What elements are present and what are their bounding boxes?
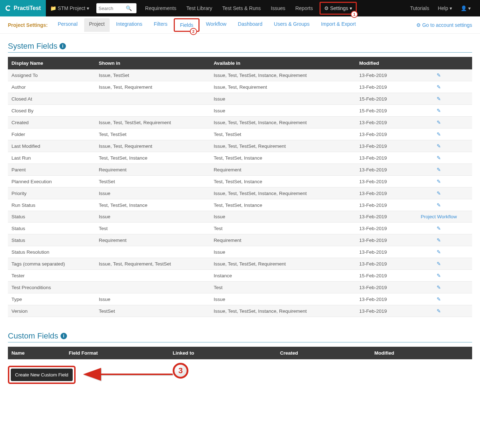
edit-icon[interactable]: ✎ xyxy=(437,84,441,90)
edit-icon[interactable]: ✎ xyxy=(437,131,441,137)
table-row: ParentRequirementRequirement13-Feb-2019✎ xyxy=(8,164,472,176)
column-header: Modified xyxy=(371,347,472,359)
search-icon[interactable]: 🔍 xyxy=(124,5,134,11)
column-header: Modified xyxy=(356,57,405,69)
info-icon[interactable]: i xyxy=(59,43,66,49)
search-box[interactable]: 🔍 xyxy=(96,3,136,13)
edit-icon[interactable]: ✎ xyxy=(437,237,441,243)
system-fields-heading: System Fields i xyxy=(8,42,472,53)
column-header: Display Name xyxy=(8,57,95,69)
table-row: PriorityIssueIssue, Test, TestSet, Insta… xyxy=(8,188,472,199)
help-menu[interactable]: Help ▾ xyxy=(433,0,456,16)
table-row: Assigned ToIssue, TestSetIssue, Test, Te… xyxy=(8,69,472,81)
account-settings-link[interactable]: ⚙ Go to account settings xyxy=(416,22,472,28)
edit-icon[interactable]: ✎ xyxy=(437,284,441,290)
edit-icon[interactable]: ✎ xyxy=(437,108,441,113)
info-icon[interactable]: i xyxy=(61,333,67,339)
table-row: Planned ExecutionTestSetTest, TestSet, I… xyxy=(8,176,472,188)
tab-project[interactable]: Project xyxy=(84,18,110,32)
chevron-down-icon: ▾ xyxy=(450,5,452,11)
edit-icon[interactable]: ✎ xyxy=(437,225,441,231)
table-row: Test PreconditionsTest13-Feb-2019✎ xyxy=(8,282,472,293)
table-row: StatusRequirementRequirement13-Feb-2019✎ xyxy=(8,234,472,246)
nav-test-sets-runs[interactable]: Test Sets & Runs xyxy=(218,0,265,16)
column-header: Linked to xyxy=(169,347,277,359)
folder-icon: 📁 xyxy=(50,5,56,11)
edit-icon[interactable]: ✎ xyxy=(437,143,441,149)
table-row: Closed ByIssue15-Feb-2019✎ xyxy=(8,105,472,117)
project-settings-label: Project Settings: xyxy=(8,22,48,28)
top-navbar: PractiTest 📁 STM Project ▾ 🔍 Requirement… xyxy=(0,0,480,16)
edit-icon[interactable]: ✎ xyxy=(437,167,441,172)
tab-personal[interactable]: Personal xyxy=(53,18,82,32)
logo-icon xyxy=(5,5,11,11)
nav-requirements[interactable]: Requirements xyxy=(141,0,181,16)
column-header: Shown in xyxy=(95,57,210,69)
table-row: StatusTestTest13-Feb-2019✎ xyxy=(8,223,472,234)
system-fields-table: Display NameShown inAvailable inModified… xyxy=(8,57,472,317)
tab-dashboard[interactable]: Dashboard xyxy=(233,18,268,32)
user-menu[interactable]: 👤 ▾ xyxy=(456,0,475,16)
column-header: Created xyxy=(277,347,371,359)
gear-icon: ⚙ xyxy=(324,5,329,11)
edit-icon[interactable]: ✎ xyxy=(437,96,441,102)
table-row: Closed AtIssue15-Feb-2019✎ xyxy=(8,93,472,105)
annotation-arrow xyxy=(80,364,187,385)
settings-menu[interactable]: ⚙ Settings ▾ 1 xyxy=(320,2,357,15)
table-row: StatusIssueIssue13-Feb-2019Project Workf… xyxy=(8,211,472,223)
tab-import-export[interactable]: Import & Export xyxy=(316,18,361,32)
tab-users-groups[interactable]: Users & Groups xyxy=(269,18,315,32)
tab-workflow[interactable]: Workflow xyxy=(201,18,231,32)
sliders-icon: ⚙ xyxy=(416,22,421,28)
table-row: Tags (comma separated)Issue, Test, Requi… xyxy=(8,258,472,270)
project-workflow-link[interactable]: Project Workflow xyxy=(421,214,457,219)
table-row: VersionTestSetIssue, Test, TestSet, Inst… xyxy=(8,305,472,317)
annotation-badge-3: 3 xyxy=(173,363,188,379)
table-row: FolderTest, TestSetTest, TestSet13-Feb-2… xyxy=(8,128,472,140)
edit-icon[interactable]: ✎ xyxy=(437,179,441,184)
edit-icon[interactable]: ✎ xyxy=(437,190,441,196)
project-settings-subnav: Project Settings: PersonalProjectIntegra… xyxy=(0,16,480,34)
tab-filters[interactable]: Filters xyxy=(149,18,172,32)
edit-icon[interactable]: ✎ xyxy=(437,120,441,125)
table-row: Last ModifiedIssue, Test, RequirementIss… xyxy=(8,140,472,152)
table-row: Last RunTest, TestSet, InstanceTest, Tes… xyxy=(8,152,472,164)
table-row: TypeIssueIssue13-Feb-2019✎ xyxy=(8,293,472,305)
chevron-down-icon: ▾ xyxy=(468,5,471,11)
annotation-badge-1: 1 xyxy=(351,11,358,18)
edit-icon[interactable]: ✎ xyxy=(437,249,441,255)
create-custom-field-button[interactable]: Create New Custom Field xyxy=(11,369,73,381)
edit-icon[interactable]: ✎ xyxy=(437,72,441,78)
edit-icon[interactable]: ✎ xyxy=(437,273,441,278)
column-header: Field Format xyxy=(65,347,169,359)
custom-fields-heading: Custom Fields i xyxy=(8,331,472,342)
project-selector[interactable]: 📁 STM Project ▾ xyxy=(46,0,93,16)
edit-icon[interactable]: ✎ xyxy=(437,296,441,302)
user-icon: 👤 xyxy=(461,5,467,11)
search-input[interactable] xyxy=(96,4,124,13)
table-row: Run StatusTest, TestSet, InstanceTest, T… xyxy=(8,199,472,211)
table-row: TesterInstance15-Feb-2019✎ xyxy=(8,270,472,282)
tab-fields[interactable]: Fields2 xyxy=(174,18,199,32)
chevron-down-icon: ▾ xyxy=(87,5,89,11)
column-header: Name xyxy=(8,347,65,359)
annotation-badge-2: 2 xyxy=(190,28,197,35)
table-row: AuthorIssue, Test, RequirementIssue, Tes… xyxy=(8,81,472,93)
column-header: Available in xyxy=(210,57,355,69)
chevron-down-icon: ▾ xyxy=(350,5,352,11)
custom-fields-table: NameField FormatLinked toCreatedModified xyxy=(8,347,472,359)
edit-icon[interactable]: ✎ xyxy=(437,261,441,267)
column-header xyxy=(405,57,472,69)
brand-logo[interactable]: PractiTest xyxy=(0,0,46,16)
tab-integrations[interactable]: Integrations xyxy=(111,18,147,32)
tutorials-link[interactable]: Tutorials xyxy=(406,0,433,16)
edit-icon[interactable]: ✎ xyxy=(437,308,441,314)
nav-reports[interactable]: Reports xyxy=(291,0,317,16)
nav-test-library[interactable]: Test Library xyxy=(182,0,216,16)
table-row: CreatedIssue, Test, TestSet, Requirement… xyxy=(8,117,472,128)
edit-icon[interactable]: ✎ xyxy=(437,202,441,208)
annotation-highlight-create: Create New Custom Field xyxy=(8,366,76,384)
edit-icon[interactable]: ✎ xyxy=(437,155,441,161)
nav-issues[interactable]: Issues xyxy=(267,0,289,16)
brand-text: PractiTest xyxy=(14,5,41,11)
